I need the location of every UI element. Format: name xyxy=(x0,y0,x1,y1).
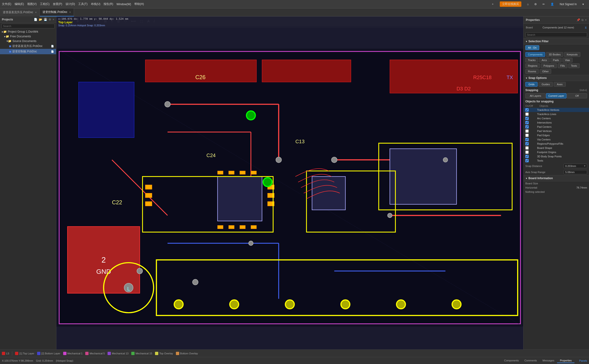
status-top-overlay[interactable]: Top Overlay xyxy=(155,352,173,355)
float-icon[interactable]: ⧉ xyxy=(582,18,584,22)
snap-checkbox-11[interactable] xyxy=(525,155,529,158)
settings-icon[interactable]: ⚙ xyxy=(49,18,51,21)
layer-dot-mech1 xyxy=(63,352,66,355)
tree-file1[interactable]: ▣ 逆变器直流升压.PcbDoc 📄 xyxy=(0,43,56,49)
status-mech15[interactable]: Mechanical 15 xyxy=(131,352,152,355)
menu-edit[interactable]: 编辑(E) xyxy=(14,2,24,6)
filter-btn-3d-bodies[interactable]: 3D Bodies xyxy=(546,52,563,57)
svg-point-55 xyxy=(396,300,405,309)
status-sep-1 xyxy=(12,351,12,356)
menu-design[interactable]: 设计(D) xyxy=(65,2,75,6)
status-top-layer[interactable]: [1] Top Layer xyxy=(15,352,34,355)
menu-file[interactable]: 文件(E) xyxy=(2,2,11,6)
snap-checkbox-12[interactable] xyxy=(525,159,529,162)
snap-distance-dropdown[interactable]: 0.203mm ▾ xyxy=(564,164,587,168)
filter-btn-keepouts[interactable]: Keepouts xyxy=(564,52,580,57)
bottom-tab-comments[interactable]: Comments xyxy=(522,358,540,363)
home-icon[interactable]: ⌂ xyxy=(527,3,529,6)
selection-filter-header[interactable]: Selection Filter xyxy=(524,38,589,44)
snap-tabs-row: GridsGuidesAxes xyxy=(524,81,589,88)
snap-checkbox-8[interactable] xyxy=(525,142,529,145)
brush-icon[interactable]: ✏ xyxy=(543,3,545,6)
filter-btn-pads[interactable]: Pads xyxy=(550,58,562,62)
search-input[interactable] xyxy=(1,24,55,28)
close-properties-icon[interactable]: × xyxy=(585,18,587,22)
tab-file2[interactable]: 逆变控制板.PcbDoc × xyxy=(40,8,74,16)
filter-btn-regions[interactable]: Regions xyxy=(525,63,540,68)
pin-icon[interactable]: 📌 xyxy=(576,18,580,22)
tab-file1[interactable]: 逆变器直流升压.PcbDoc × xyxy=(0,8,40,16)
filter-btn-polygons[interactable]: Polygons xyxy=(541,63,557,68)
status-bottom-layer[interactable]: [2] Bottom Layer xyxy=(37,352,60,355)
menu-report[interactable]: 报告(R) xyxy=(104,2,113,6)
snap-checkbox-10[interactable] xyxy=(525,150,529,154)
user-icon[interactable]: 👤 xyxy=(550,3,554,6)
status-mech1[interactable]: Mechanical 1 xyxy=(63,352,83,355)
snap-name-0: Track/Arcs Vertices xyxy=(537,109,587,111)
svg-text:C24: C24 xyxy=(207,153,216,158)
filter-icon[interactable]: ⧖ xyxy=(585,26,587,29)
tree-source-docs[interactable]: ▾ 📁 Source Documents xyxy=(0,39,56,43)
menu-route[interactable]: 布线(U) xyxy=(91,2,101,6)
snap-tab-guides[interactable]: Guides xyxy=(538,82,553,87)
snap-mode-current-layer[interactable]: Current Layer xyxy=(546,93,566,98)
menu-place[interactable]: 放置(P) xyxy=(53,2,62,6)
filter-btn-vias[interactable]: Vias xyxy=(563,58,573,62)
axis-snap-input[interactable]: 5.08mm xyxy=(564,170,587,174)
menu-tools[interactable]: 工具(T) xyxy=(78,2,87,6)
bottom-tab-components[interactable]: Components xyxy=(501,358,522,363)
board-info-header[interactable]: Board Information xyxy=(524,175,589,181)
snap-checkbox-4[interactable] xyxy=(525,125,529,129)
status-ls-label: LS xyxy=(6,352,9,355)
snap-options-header[interactable]: Snap Options xyxy=(524,75,589,81)
filter-btn-rooms[interactable]: Rooms xyxy=(525,69,539,74)
snap-checkbox-7[interactable] xyxy=(525,138,529,141)
tree-free-docs[interactable]: ▸ 📁 Free Documents xyxy=(0,34,56,39)
menu-project[interactable]: 工程(C) xyxy=(40,2,50,6)
add-icon[interactable]: ＋ xyxy=(491,2,494,6)
status-bottom-overlay[interactable]: Bottom Overlay xyxy=(176,352,198,355)
panels-button[interactable]: Panels xyxy=(579,359,587,362)
properties-search-input[interactable] xyxy=(525,32,587,37)
menu-window[interactable]: Window(W) xyxy=(117,3,131,6)
snap-tab-axes[interactable]: Axes xyxy=(554,82,565,87)
status-mech5[interactable]: Mechanical 5 xyxy=(85,352,105,355)
snap-mode-all-layers[interactable]: All Layers xyxy=(525,93,545,98)
bottom-tab-messages[interactable]: Messages xyxy=(540,358,557,363)
status-layer-red[interactable]: LS xyxy=(2,352,9,355)
new-project-icon[interactable]: 📄 xyxy=(34,18,37,21)
pcb-canvas-area[interactable]: 2 GND xyxy=(56,26,523,350)
snap-checkbox-3[interactable] xyxy=(525,121,529,124)
filter-btn-texts[interactable]: Texts xyxy=(568,63,580,68)
chevron-down-icon[interactable]: ▾ xyxy=(583,3,584,6)
gear-icon[interactable]: ⚙ xyxy=(534,3,537,6)
svg-point-49 xyxy=(246,111,255,120)
snap-row-intersections: Intersections xyxy=(524,120,589,125)
snap-checkbox-1[interactable] xyxy=(525,112,529,116)
snap-mode-off[interactable]: Off xyxy=(567,93,587,98)
tree-file2[interactable]: ▣ 逆变控制板.PcbDoc 📄 xyxy=(0,49,56,54)
snap-checkbox-9[interactable] xyxy=(525,146,529,150)
all-on-button[interactable]: All - On xyxy=(525,45,539,50)
online-buy-button[interactable]: 立即在线购买 xyxy=(500,1,521,7)
snap-tab-grids[interactable]: Grids xyxy=(525,82,537,87)
menu-help[interactable]: 帮助(H) xyxy=(134,2,144,6)
open-icon[interactable]: 📂 xyxy=(39,18,42,21)
filter-btn-tracks[interactable]: Tracks xyxy=(525,58,538,62)
snap-checkbox-5[interactable] xyxy=(525,129,529,133)
tree-project-group[interactable]: ▸ 📁 Project Group 1.DsnWrk xyxy=(0,29,56,34)
tab-close-2[interactable]: × xyxy=(69,11,71,14)
bottom-tab-properties[interactable]: Properties xyxy=(557,358,575,363)
filter-btn-other[interactable]: Other xyxy=(540,69,551,74)
filter-btn-arcs[interactable]: Arcs xyxy=(539,58,550,62)
status-mech13[interactable]: Mechanical 13 xyxy=(108,352,129,355)
snap-checkbox-0[interactable] xyxy=(525,108,529,111)
snap-checkbox-2[interactable] xyxy=(525,117,529,120)
filter-btn-components[interactable]: Components xyxy=(525,52,545,57)
save-icon[interactable]: 💾 xyxy=(44,18,47,21)
tab-close-1[interactable]: × xyxy=(35,11,37,14)
snap-checkbox-6[interactable] xyxy=(525,134,529,137)
menu-view[interactable]: 视图(V) xyxy=(27,2,37,6)
close-panel-icon[interactable]: × xyxy=(53,18,54,21)
filter-btn-fills[interactable]: Fills xyxy=(558,63,568,68)
